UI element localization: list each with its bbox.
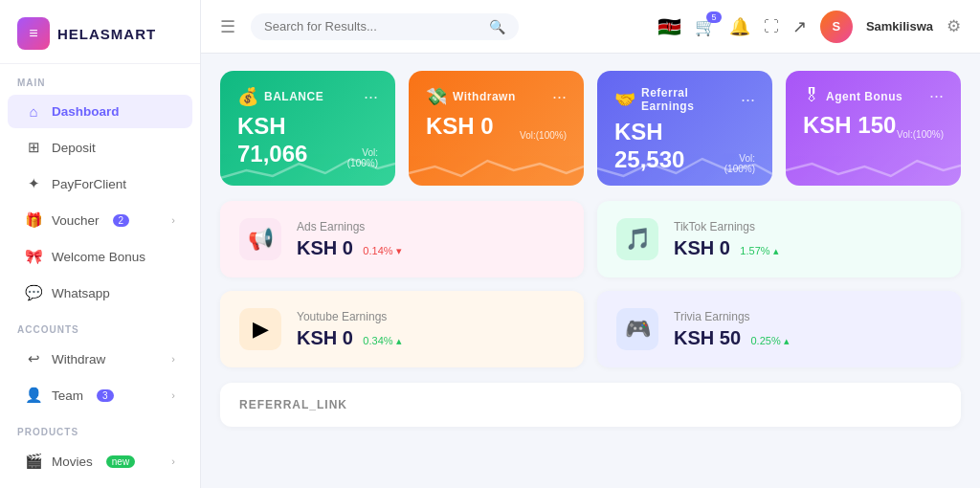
- sidebar-item-team[interactable]: 👤 Team 3 ›: [8, 378, 192, 412]
- cart-badge: 5: [706, 11, 722, 23]
- withdrawn-card-amount: KSH 0: [426, 113, 494, 141]
- accounts-section-label: ACCOUNTS: [0, 311, 200, 341]
- youtube-pct: 0.34% ▴: [363, 335, 401, 346]
- balance-card-icon: 💰: [237, 86, 258, 107]
- sidebar-item-welcomeBonus[interactable]: 🎀 Welcome Bonus: [8, 239, 192, 274]
- sidebar-label-payforClient: PayForClient: [52, 177, 126, 191]
- chevron-icon: ›: [171, 214, 175, 226]
- sidebar-label-voucher: Voucher: [52, 213, 100, 228]
- sidebar-label-deposit: Deposit: [52, 141, 96, 155]
- youtube-amount: KSH 0: [297, 327, 353, 348]
- withdrawn-card-vol: Vol:(100%): [520, 130, 567, 141]
- referral-card: 🤝 Referral Earnings ··· KSH 25,530 Vol: …: [597, 71, 772, 186]
- referral-card-icon: 🤝: [614, 89, 635, 110]
- deposit-icon: ⊞: [25, 139, 42, 156]
- youtube-amount-row: KSH 0 0.34% ▴: [297, 327, 402, 349]
- trivia-earnings-card: 🎮 Trivia Earnings KSH 50 0.25% ▴: [597, 291, 961, 367]
- hamburger-icon[interactable]: ☰: [220, 16, 235, 37]
- withdraw-icon: ↩: [25, 350, 42, 367]
- voucher-badge: 2: [113, 214, 130, 227]
- sidebar-label-team: Team: [52, 388, 83, 403]
- main-area: ☰ 🔍 🇰🇪 🛒 5 🔔 ⛶ ↗ S Samkiliswa ⚙: [201, 0, 980, 488]
- team-icon: 👤: [25, 387, 42, 404]
- chevron-icon: ›: [171, 455, 175, 467]
- settings-icon[interactable]: ⚙: [947, 16, 961, 36]
- logo-icon: ≡: [17, 17, 50, 50]
- sidebar-item-deposit[interactable]: ⊞ Deposit: [8, 130, 192, 165]
- team-badge: 3: [97, 389, 114, 402]
- dashboard-icon: ⌂: [25, 103, 42, 120]
- trivia-info: Trivia Earnings KSH 50 0.25% ▴: [674, 310, 790, 349]
- sidebar-item-movies[interactable]: 🎬 Movies new ›: [8, 444, 192, 478]
- app-name: HELASMART: [57, 26, 156, 42]
- tiktok-icon: 🎵: [616, 218, 658, 260]
- ads-amount: KSH 0: [297, 237, 353, 258]
- search-icon: 🔍: [489, 19, 505, 34]
- withdrawn-card-menu[interactable]: ···: [552, 87, 567, 107]
- sidebar-item-payforClient[interactable]: ✦ PayForClient: [8, 166, 192, 201]
- sidebar-label-withdraw: Withdraw: [52, 352, 105, 366]
- earnings-grid: 📢 Ads Earnings KSH 0 0.14% ▾ 🎵 TikTok Ea…: [220, 201, 961, 367]
- youtube-icon: ▶: [239, 308, 281, 350]
- ads-info: Ads Earnings KSH 0 0.14% ▾: [297, 220, 402, 259]
- movies-icon: 🎬: [25, 453, 42, 470]
- agent-card-icon: 🎖: [803, 86, 820, 106]
- youtube-info: Youtube Earnings KSH 0 0.34% ▴: [297, 310, 402, 349]
- trivia-icon: 🎮: [616, 308, 658, 350]
- withdrawn-card-icon: 💸: [426, 86, 447, 107]
- logo-area: ≡ HELASMART: [0, 0, 200, 64]
- tiktok-info: TikTok Earnings KSH 0 1.57% ▴: [674, 220, 779, 259]
- avatar[interactable]: S: [820, 11, 853, 43]
- sidebar-label-movies: Movies: [52, 455, 93, 469]
- movies-badge: new: [106, 455, 135, 468]
- tiktok-amount-row: KSH 0 1.57% ▴: [674, 237, 779, 259]
- sidebar-label-welcomeBonus: Welcome Bonus: [52, 250, 145, 264]
- cart-button[interactable]: 🛒 5: [695, 16, 716, 37]
- payforClient-icon: ✦: [25, 175, 42, 192]
- tiktok-amount: KSH 0: [674, 237, 730, 258]
- agent-card-amount: KSH 150: [803, 112, 896, 140]
- referral-label: REFERRAL_LINK: [239, 398, 942, 411]
- ads-amount-row: KSH 0 0.14% ▾: [297, 237, 402, 259]
- topbar-right: 🇰🇪 🛒 5 🔔 ⛶ ↗ S Samkiliswa ⚙: [657, 11, 961, 43]
- chevron-icon: ›: [171, 389, 175, 401]
- balance-card-title: BALANCE: [264, 90, 323, 103]
- balance-card: 💰 BALANCE ··· KSH 71,066 Vol: (100%): [220, 71, 395, 186]
- search-box: 🔍: [251, 13, 519, 40]
- sidebar-item-voucher[interactable]: 🎁 Voucher 2 ›: [8, 203, 192, 237]
- sidebar-item-dashboard[interactable]: ⌂ Dashboard: [8, 95, 192, 128]
- balance-card-menu[interactable]: ···: [364, 87, 378, 107]
- trivia-amount: KSH 50: [674, 327, 741, 348]
- ads-icon: 📢: [239, 218, 281, 260]
- referral-card-menu[interactable]: ···: [741, 90, 755, 110]
- ads-label: Ads Earnings: [297, 220, 402, 233]
- tiktok-pct: 1.57% ▴: [740, 245, 778, 256]
- youtube-label: Youtube Earnings: [297, 310, 402, 323]
- search-input[interactable]: [264, 19, 481, 33]
- ads-earnings-card: 📢 Ads Earnings KSH 0 0.14% ▾: [220, 201, 584, 277]
- agent-card-menu[interactable]: ···: [929, 86, 944, 106]
- expand-icon[interactable]: ⛶: [764, 18, 779, 35]
- agent-card: 🎖 Agent Bonus ··· KSH 150 Vol:(100%): [786, 71, 961, 186]
- topbar: ☰ 🔍 🇰🇪 🛒 5 🔔 ⛶ ↗ S Samkiliswa ⚙: [201, 0, 980, 54]
- referral-section: REFERRAL_LINK: [220, 383, 961, 427]
- sidebar-label-whatsapp: Whatsapp: [52, 286, 110, 300]
- sidebar-item-withdraw[interactable]: ↩ Withdraw ›: [8, 342, 192, 376]
- products-section-label: PRODUCTS: [0, 413, 200, 443]
- sidebar-label-dashboard: Dashboard: [52, 104, 120, 119]
- trivia-pct: 0.25% ▴: [750, 335, 789, 346]
- trivia-label: Trivia Earnings: [674, 310, 790, 323]
- notifications-button[interactable]: 🔔: [729, 16, 750, 37]
- referral-card-title: Referral Earnings: [641, 86, 741, 113]
- agent-card-title: Agent Bonus: [826, 90, 902, 103]
- welcomeBonus-icon: 🎀: [25, 248, 42, 265]
- trivia-amount-row: KSH 50 0.25% ▴: [674, 327, 790, 349]
- chevron-icon: ›: [171, 353, 175, 365]
- sidebar-item-whatsapp[interactable]: 💬 Whatsapp: [8, 276, 192, 310]
- voucher-icon: 🎁: [25, 211, 42, 229]
- main-section-label: MAIN: [0, 64, 200, 94]
- flag-icon: 🇰🇪: [657, 15, 681, 38]
- cards-row: 💰 BALANCE ··· KSH 71,066 Vol: (100%) 💸: [220, 71, 961, 186]
- youtube-earnings-card: ▶ Youtube Earnings KSH 0 0.34% ▴: [220, 291, 584, 367]
- share-icon[interactable]: ↗: [792, 16, 807, 37]
